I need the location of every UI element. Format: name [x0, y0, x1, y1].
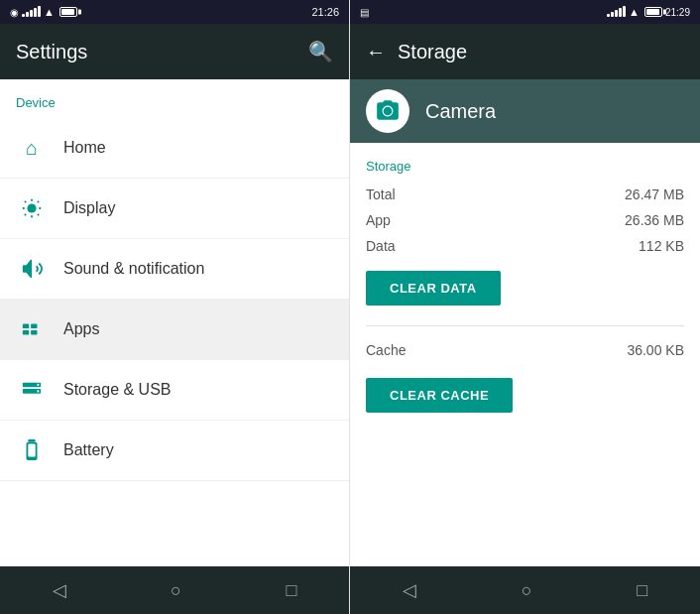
camera-icon: [366, 89, 409, 133]
storage-row-app: App 26.36 MB: [366, 207, 684, 233]
wifi-right-icon: ▲: [629, 6, 640, 18]
total-label: Total: [366, 186, 396, 202]
svg-rect-2: [31, 324, 37, 329]
menu-label-home: Home: [63, 139, 106, 157]
menu-label-battery: Battery: [63, 441, 114, 459]
nav-home-left[interactable]: ○: [147, 572, 205, 609]
settings-title: Settings: [16, 41, 87, 63]
storage-title: Storage: [398, 41, 467, 63]
storage-panel: ▤ ▲ 21:29 ← Storage: [350, 0, 700, 614]
battery-icon: [59, 7, 77, 17]
battery-right-icon: [644, 7, 662, 17]
device-section-label: Device: [0, 79, 349, 118]
app-label: App: [366, 212, 391, 228]
nav-bar-left: ◁ ○ □: [0, 566, 349, 614]
cache-label: Cache: [366, 342, 406, 358]
status-bar-right: ▤ ▲ 21:29: [350, 0, 700, 24]
menu-label-sound: Sound & notification: [63, 260, 204, 278]
svg-point-7: [37, 384, 39, 386]
svg-rect-9: [28, 439, 35, 442]
nav-recent-left[interactable]: □: [262, 572, 320, 609]
status-right-system: ▲ 21:29: [607, 5, 690, 19]
nav-recent-right[interactable]: □: [613, 572, 671, 609]
apps-icon: [16, 313, 48, 345]
settings-toolbar: Settings 🔍: [0, 24, 349, 79]
wifi-icon: ▲: [44, 6, 55, 18]
divider: [366, 325, 684, 326]
menu-label-apps: Apps: [63, 320, 99, 338]
time-right: 21:29: [665, 7, 690, 18]
svg-rect-4: [31, 330, 37, 335]
clear-data-button[interactable]: CLEAR DATA: [366, 271, 501, 306]
nav-home-right[interactable]: ○: [498, 572, 556, 609]
storage-row-total: Total 26.47 MB: [366, 182, 684, 207]
settings-panel: ◉ ▲ 21:26 Settings 🔍 Device: [0, 0, 350, 614]
status-right-icons: ▤: [360, 7, 369, 18]
svg-point-8: [37, 390, 39, 392]
battery-menu-icon: [16, 434, 48, 466]
total-value: 26.47 MB: [625, 186, 684, 202]
menu-label-display: Display: [63, 199, 115, 217]
storage-content: Storage Total 26.47 MB App 26.36 MB Data…: [350, 143, 700, 566]
signal-icon: [22, 5, 41, 19]
menu-item-home[interactable]: ⌂ Home: [0, 118, 349, 179]
menu-item-storage[interactable]: Storage & USB: [0, 360, 349, 421]
clear-cache-button[interactable]: CLEAR CACHE: [366, 378, 513, 413]
nav-back-right[interactable]: ◁: [379, 571, 440, 609]
app-value: 26.36 MB: [625, 212, 684, 228]
signal-right-icon: [607, 5, 626, 19]
nav-back-left[interactable]: ◁: [29, 571, 90, 609]
status-left-icons: ◉ ▲: [10, 5, 77, 19]
storage-row-data: Data 112 KB: [366, 233, 684, 259]
sound-icon: [16, 253, 48, 285]
storage-section-label: Storage: [366, 159, 684, 174]
menu-item-apps[interactable]: Apps: [0, 300, 349, 360]
settings-menu: Device ⌂ Home Display Sou: [0, 79, 349, 566]
data-value: 112 KB: [639, 238, 684, 254]
svg-rect-1: [23, 324, 29, 329]
status-bar-left: ◉ ▲ 21:26: [0, 0, 349, 24]
svg-rect-11: [28, 444, 35, 457]
app-header: Camera: [350, 79, 700, 143]
svg-point-0: [27, 203, 36, 212]
cache-row: Cache 36.00 KB: [366, 334, 684, 366]
cache-value: 36.00 KB: [627, 342, 684, 358]
storage-toolbar: ← Storage: [350, 24, 700, 79]
svg-rect-3: [23, 330, 29, 335]
menu-item-sound[interactable]: Sound & notification: [0, 239, 349, 300]
menu-label-storage: Storage & USB: [63, 381, 172, 399]
menu-item-display[interactable]: Display: [0, 179, 349, 239]
home-icon: ⌂: [16, 132, 48, 164]
app-name: Camera: [425, 100, 496, 123]
back-button[interactable]: ←: [366, 41, 386, 63]
nav-bar-right: ◁ ○ □: [350, 566, 700, 614]
display-icon: [16, 192, 48, 224]
menu-item-battery[interactable]: Battery: [0, 421, 349, 481]
data-label: Data: [366, 238, 396, 254]
sim-icon: ◉: [10, 7, 19, 18]
notification-icon: ▤: [360, 7, 369, 18]
time-left: 21:26: [311, 6, 339, 18]
storage-icon: [16, 374, 48, 406]
search-button[interactable]: 🔍: [308, 40, 333, 63]
